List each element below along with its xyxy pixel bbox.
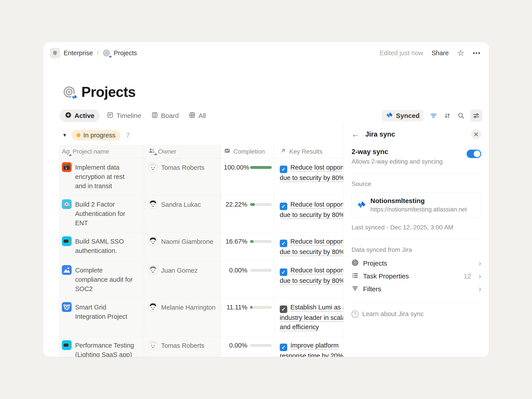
panel-item-projects[interactable]: Projects›: [352, 257, 481, 270]
panel-item-filters[interactable]: Filters›: [352, 283, 481, 296]
sort-icon[interactable]: [443, 112, 451, 120]
key-result-checkbox[interactable]: ✓: [280, 344, 287, 351]
key-result-link[interactable]: due to security by 80%: [280, 174, 344, 181]
progress-bar: [250, 203, 272, 206]
top-bar: Enterprise / Projects Edited just now Sh…: [43, 42, 489, 58]
owner-cell[interactable]: Naomi Giambrone: [144, 232, 221, 261]
progress-bar: [250, 240, 272, 243]
page-target-icon[interactable]: [63, 86, 76, 98]
key-result-checkbox[interactable]: ✓: [280, 165, 287, 173]
table-row[interactable]: Performance Testing (Lighting SaaS app)T…: [59, 336, 344, 357]
search-icon[interactable]: [457, 112, 465, 120]
key-results-cell[interactable]: ✓Reduce lost opportudue to security by 8…: [274, 232, 344, 261]
owner-cell[interactable]: Tomas Roberts: [144, 336, 221, 357]
key-results-cell[interactable]: ✓Reduce lost opportudue to security by 8…: [274, 195, 344, 232]
key-results-cell[interactable]: ✓Establish Lumi as anindustry leader in …: [274, 298, 344, 336]
tab-label: All: [198, 112, 206, 120]
key-result-link[interactable]: industry leader in scala: [280, 314, 344, 321]
completion-cell[interactable]: 0.00%: [221, 261, 274, 298]
key-results-cell[interactable]: ✓Reduce lost opportudue to security by 8…: [274, 261, 344, 298]
jira-icon: [357, 200, 366, 210]
key-result-checkbox[interactable]: ✓: [280, 268, 287, 276]
panel-item-task-properties[interactable]: Task Properties12›: [352, 270, 481, 283]
edited-timestamp: Edited just now: [380, 50, 423, 57]
filter-icon[interactable]: [430, 112, 437, 120]
project-name-cell[interactable]: Implement data encryption at rest and in…: [59, 158, 144, 195]
completion-cell[interactable]: 100.00%: [221, 158, 274, 195]
owner-cell[interactable]: Tomas Roberts: [144, 158, 221, 195]
collapse-triangle-icon[interactable]: ▼: [62, 132, 67, 138]
table-row[interactable]: Implement data encryption at rest and in…: [59, 158, 344, 195]
key-result-link[interactable]: Reduce lost opportu: [290, 238, 344, 245]
completion-cell[interactable]: 16.67%: [221, 232, 274, 261]
tab-active[interactable]: Active: [60, 109, 100, 122]
two-way-sync-text: 2-way sync Allows 2-way editing and sync…: [352, 148, 443, 165]
avatar: [148, 340, 158, 350]
completion-cell[interactable]: 0.00%: [221, 336, 274, 357]
key-result-link[interactable]: Improve platform: [290, 342, 339, 349]
project-name-cell[interactable]: Complete compliance audit for SOC2: [59, 261, 144, 298]
key-result-link[interactable]: Reduce lost opportu: [290, 164, 344, 171]
group-count: 7: [126, 132, 130, 139]
owner-cell[interactable]: Melanie Harrington: [144, 298, 221, 336]
favorite-star-icon[interactable]: ☆: [457, 49, 464, 57]
completion-cell[interactable]: 11.11%: [221, 298, 274, 336]
key-results-cell[interactable]: ✓Improve platformresponse time by 20%: [274, 336, 344, 357]
tab-all[interactable]: All: [189, 112, 206, 120]
completion-value: 22.22%: [224, 201, 247, 208]
status-badge[interactable]: In progress: [72, 130, 120, 140]
table-row[interactable]: Complete compliance audit for SOC2Juan G…: [59, 261, 344, 298]
key-result-checkbox[interactable]: ✓: [280, 203, 287, 210]
learn-link[interactable]: ? Learn about Jira sync: [352, 310, 481, 318]
key-result-link[interactable]: due to security by 80%: [280, 277, 344, 284]
column-header-project-name[interactable]: AgProject name: [59, 145, 144, 158]
project-name: Build 2 Factor Authentication for ENT: [75, 200, 136, 228]
breadcrumb-workspace[interactable]: Enterprise: [64, 50, 93, 57]
share-button[interactable]: Share: [431, 50, 449, 57]
settings-sliders-icon[interactable]: [470, 110, 482, 122]
more-menu-icon[interactable]: •••: [473, 50, 481, 57]
progress-bar: [250, 269, 272, 272]
project-name-cell[interactable]: Build 2 Factor Authentication for ENT: [59, 195, 144, 232]
table-row[interactable]: Build SAML SSO authentication.Naomi Giam…: [59, 232, 344, 261]
key-result-link[interactable]: response time by 20%: [280, 352, 343, 357]
column-header-completion[interactable]: Completion: [221, 145, 274, 158]
key-result-link[interactable]: and efficiency: [280, 323, 319, 330]
source-card[interactable]: Notionsmltesting https://notionsmltestin…: [352, 192, 481, 218]
back-arrow-icon[interactable]: ←: [352, 130, 360, 138]
project-name-cell[interactable]: Smart Grid Integration Project: [59, 298, 144, 336]
breadcrumb-page[interactable]: Projects: [114, 50, 137, 57]
key-result-checkbox[interactable]: ✓: [280, 240, 287, 247]
completion-cell[interactable]: 22.22%: [221, 195, 274, 232]
owner-cell[interactable]: Sandra Lukac: [144, 195, 221, 232]
tab-board[interactable]: Board: [151, 112, 179, 120]
project-name: Smart Grid Integration Project: [75, 303, 136, 321]
panel-item-label: Projects: [363, 260, 387, 267]
key-results-cell[interactable]: ✓Reduce lost opportudue to security by 8…: [274, 158, 344, 195]
key-result-link[interactable]: due to security by 80%: [280, 211, 344, 218]
project-name-cell[interactable]: Build SAML SSO authentication.: [59, 232, 144, 261]
two-way-sync-toggle[interactable]: [467, 150, 481, 158]
project-icon: [62, 199, 72, 210]
panel-item-count: 12: [464, 272, 471, 280]
key-result-link[interactable]: Establish Lumi as an: [290, 304, 344, 311]
panel-item-label: Task Properties: [363, 272, 409, 280]
column-header-key-results[interactable]: Key Results: [274, 145, 344, 158]
key-result-checkbox[interactable]: ✓: [280, 305, 287, 313]
owner-name: Tomas Roberts: [161, 163, 204, 172]
column-header-owner[interactable]: Owner: [144, 145, 221, 158]
workspace-shield-icon[interactable]: [50, 48, 60, 58]
owner-cell[interactable]: Juan Gomez: [144, 261, 221, 298]
page-title: Projects: [81, 84, 136, 100]
key-result-link[interactable]: Reduce lost opportu: [290, 201, 344, 208]
close-icon[interactable]: ✕: [471, 129, 481, 139]
table-row[interactable]: Build 2 Factor Authentication for ENTSan…: [59, 195, 344, 232]
key-result-link[interactable]: due to security by 80%: [280, 248, 344, 255]
synced-button[interactable]: Synced: [382, 110, 424, 121]
tab-timeline[interactable]: Timeline: [107, 112, 141, 120]
title-row: Projects: [63, 84, 489, 100]
key-result-link[interactable]: Reduce lost opportu: [290, 267, 344, 274]
divider: [352, 173, 481, 173]
table-row[interactable]: Smart Grid Integration ProjectMelanie Ha…: [59, 298, 344, 336]
project-name-cell[interactable]: Performance Testing (Lighting SaaS app): [59, 336, 144, 357]
